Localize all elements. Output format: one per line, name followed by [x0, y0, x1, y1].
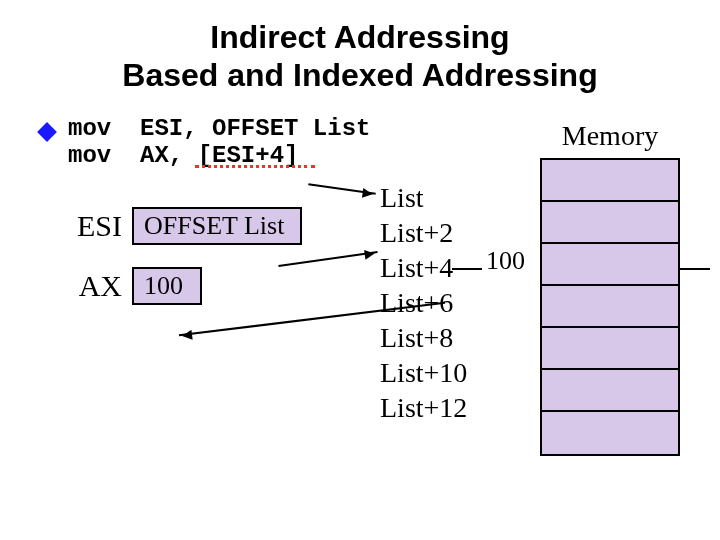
memory-cell	[542, 412, 678, 454]
memory-tick-left	[452, 268, 482, 270]
memory-cell	[542, 202, 678, 244]
addr-item: List	[380, 180, 467, 215]
diamond-bullet-icon	[37, 122, 57, 142]
red-underline-annotation	[195, 165, 315, 168]
code-args-1: ESI, OFFSET List	[140, 115, 370, 142]
memory-header: Memory	[540, 120, 680, 152]
memory-cell	[542, 328, 678, 370]
memory-column: Memory 100	[540, 120, 680, 456]
addr-item: List+12	[380, 390, 467, 425]
memory-cell	[542, 370, 678, 412]
memory-tick-right	[680, 268, 710, 270]
ax-value-box: 100	[132, 267, 202, 305]
addr-item: List+10	[380, 355, 467, 390]
addr-item: List+6	[380, 285, 467, 320]
slide-title: Indirect Addressing Based and Indexed Ad…	[0, 0, 720, 95]
code-mnemonic-1: mov	[68, 115, 111, 142]
code-mnemonic-2: mov	[68, 142, 111, 169]
memory-cell	[542, 286, 678, 328]
memory-cell	[542, 244, 678, 286]
memory-highlight-value: 100	[486, 246, 525, 276]
addr-item: List+8	[380, 320, 467, 355]
esi-label: ESI	[58, 209, 122, 243]
address-list: List List+2 List+4 List+6 List+8 List+10…	[380, 180, 467, 425]
title-line-1: Indirect Addressing	[0, 18, 720, 56]
title-line-2: Based and Indexed Addressing	[0, 56, 720, 94]
addr-item: List+2	[380, 215, 467, 250]
memory-table	[540, 158, 680, 456]
esi-value-box: OFFSET List	[132, 207, 302, 245]
memory-cell	[542, 160, 678, 202]
assembly-code: mov ESI, OFFSET List mov AX, [ESI+4]	[68, 115, 370, 169]
ax-label: AX	[58, 269, 122, 303]
